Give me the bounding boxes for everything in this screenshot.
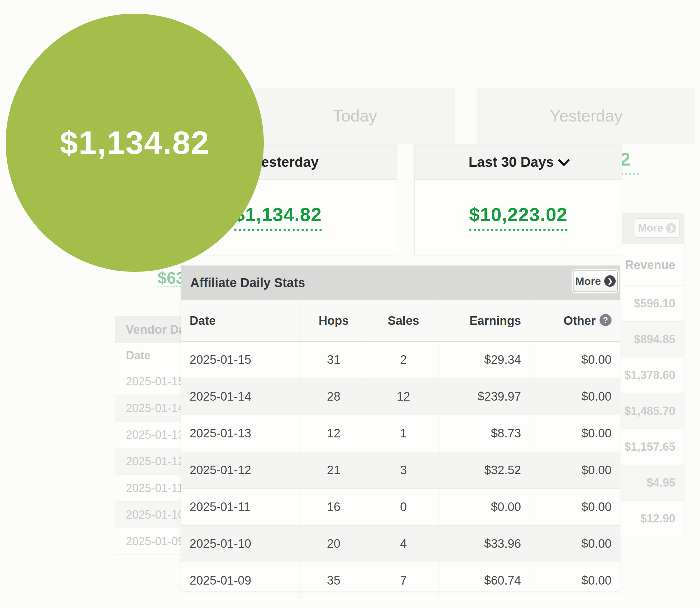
dotted-underline	[622, 173, 639, 175]
revenue-cell: $1,485.70	[621, 393, 684, 429]
cell-sales: 3	[368, 452, 439, 489]
affiliate-stats-header-bar: Affiliate Daily Stats More ❯	[181, 265, 620, 300]
highlight-amount: $1,134.82	[60, 124, 210, 161]
background-more-button[interactable]: More ❯	[635, 218, 680, 238]
cell-hops: 20	[300, 526, 368, 562]
last-30-days-dropdown[interactable]: Last 30 Days	[415, 145, 622, 180]
cell-sales: 4	[368, 526, 439, 562]
last-30-days-label: Last 30 Days	[469, 154, 554, 170]
cell-sales: 12	[368, 378, 439, 415]
tab-yesterday-label: Yesterday	[550, 106, 622, 125]
background-tab-today[interactable]: Today	[255, 88, 455, 144]
revenue-cell: $1,378.60	[621, 357, 684, 393]
table-header-row: Date Hops Sales Earnings Other?	[181, 300, 620, 341]
column-header-earnings: Earnings	[439, 300, 533, 341]
cell-earnings: $33.96	[439, 526, 533, 562]
revenue-cell: $4.95	[621, 465, 684, 501]
table-row: 2025-01-15 31 2 $29.34 $0.00	[181, 341, 620, 378]
vendor-date-cell: 2025-01-14	[115, 395, 181, 421]
other-header-label: Other	[564, 314, 596, 327]
revenue-table: More ❯ Revenue $596.10 $894.85 $1,378.60…	[621, 213, 684, 537]
cell-date: 2025-01-15	[181, 341, 300, 378]
chevron-down-icon	[558, 154, 570, 166]
arrow-right-icon: ❯	[666, 223, 676, 233]
arrow-right-icon: ❯	[604, 275, 616, 287]
table-row: 2025-01-13 12 1 $8.73 $0.00	[181, 415, 620, 452]
column-header-hops: Hops	[300, 300, 368, 341]
vendor-date-header: Date	[115, 343, 181, 368]
cell-other: $0.00	[533, 489, 620, 526]
vendor-date-cell: 2025-01-09	[115, 528, 181, 555]
cell-date: 2025-01-12	[181, 452, 300, 489]
vendor-daily-title: Vendor Daily	[115, 316, 181, 343]
dashboard-screen: Today Yesterday Vendor Daily Date 2025-0…	[0, 0, 700, 609]
vendor-date-cell: 2025-01-15	[115, 368, 181, 395]
cell-date: 2025-01-11	[181, 489, 300, 526]
revenue-column-header: Revenue	[621, 244, 684, 285]
affiliate-stats-title: Affiliate Daily Stats	[190, 276, 305, 290]
cell-other: $0.00	[533, 415, 620, 452]
cell-date: 2025-01-13	[181, 415, 300, 452]
column-header-date: Date	[181, 300, 300, 341]
cell-other: $0.00	[533, 452, 620, 489]
last-30-days-card-body: $10,223.02	[415, 180, 622, 255]
column-header-sales: Sales	[368, 300, 439, 341]
highlight-circle: $1,134.82	[6, 14, 264, 272]
cell-other: $0.00	[533, 378, 620, 415]
affiliate-daily-stats-panel: Affiliate Daily Stats More ❯ Date Hops S…	[181, 265, 620, 591]
column-header-other: Other?	[533, 300, 620, 341]
last-30-days-amount-link[interactable]: $10,223.02	[469, 204, 568, 231]
clipped-amount-fragment-left: $63	[158, 268, 181, 288]
cell-earnings: $29.34	[439, 341, 533, 378]
cell-sales: 7	[368, 562, 439, 599]
cell-earnings: $8.73	[439, 415, 533, 452]
vendor-date-cell: 2025-01-13	[115, 421, 181, 448]
revenue-cell: $596.10	[621, 285, 684, 321]
cell-date: 2025-01-09	[181, 562, 300, 599]
cell-hops: 21	[300, 452, 368, 489]
revenue-cell: $894.85	[621, 321, 684, 357]
vendor-date-cell: 2025-01-12	[115, 448, 181, 475]
vendor-date-cell: 2025-01-10	[115, 502, 181, 528]
cell-earnings: $0.00	[439, 489, 533, 526]
cell-hops: 31	[300, 341, 368, 378]
table-row: 2025-01-11 16 0 $0.00 $0.00	[181, 489, 620, 526]
tab-today-label: Today	[333, 106, 377, 125]
vendor-date-cell: 2025-01-11	[115, 475, 181, 502]
affiliate-stats-more-button[interactable]: More ❯	[573, 270, 618, 292]
cell-date: 2025-01-10	[181, 526, 300, 562]
background-tab-yesterday[interactable]: Yesterday	[477, 88, 695, 144]
table-row: 2025-01-14 28 12 $239.97 $0.00	[181, 378, 620, 415]
help-icon[interactable]: ?	[599, 314, 612, 326]
table-row: 2025-01-09 35 7 $60.74 $0.00	[181, 562, 620, 599]
cell-other: $0.00	[533, 341, 620, 378]
table-row: 2025-01-12 21 3 $32.52 $0.00	[181, 452, 620, 489]
cell-date: 2025-01-14	[181, 378, 300, 415]
table-row: 2025-01-10 20 4 $33.96 $0.00	[181, 526, 620, 562]
dotted-underline	[158, 286, 181, 288]
cell-sales: 0	[368, 489, 439, 526]
vendor-daily-table: Vendor Daily Date 2025-01-15 2025-01-14 …	[115, 316, 181, 558]
revenue-cell: $12.90	[621, 501, 684, 536]
cell-earnings: $32.52	[439, 452, 533, 489]
cell-sales: 2	[368, 341, 439, 378]
cell-other: $0.00	[533, 526, 620, 562]
cell-other: $0.00	[533, 562, 620, 599]
cell-sales: 1	[368, 415, 439, 452]
cell-hops: 16	[300, 489, 368, 526]
yesterday-amount-link[interactable]: $1,134.82	[234, 204, 322, 231]
affiliate-stats-table: Date Hops Sales Earnings Other? 2025-01-…	[181, 300, 620, 599]
revenue-cell: $1,157.65	[621, 429, 684, 465]
cell-hops: 12	[300, 415, 368, 452]
revenue-table-header-bar: More ❯	[621, 213, 684, 244]
cell-earnings: $60.74	[439, 562, 533, 599]
cell-hops: 35	[300, 562, 368, 599]
more-button-label: More	[575, 275, 601, 288]
background-more-label: More	[638, 222, 663, 234]
cell-earnings: $239.97	[439, 378, 533, 415]
cell-hops: 28	[300, 378, 368, 415]
last-30-days-card: Last 30 Days $10,223.02	[414, 144, 622, 255]
